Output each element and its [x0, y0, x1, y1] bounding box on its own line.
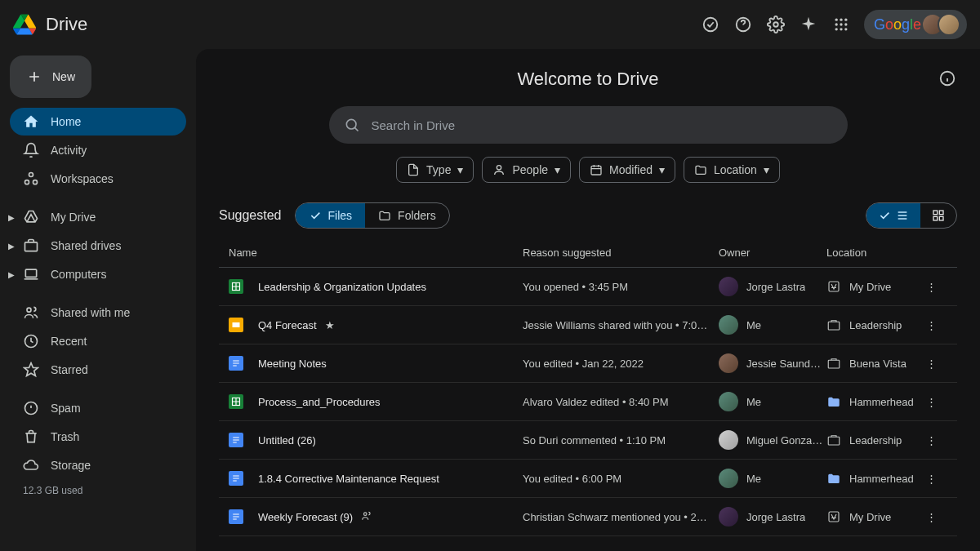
- grid-icon: [932, 209, 945, 222]
- star-icon: [23, 362, 39, 378]
- account-switcher[interactable]: Google: [864, 10, 967, 39]
- toggle-label: Folders: [398, 209, 436, 222]
- nav-starred[interactable]: Starred: [10, 356, 186, 384]
- location-name[interactable]: Leadership: [849, 319, 902, 331]
- chip-label: People: [512, 163, 548, 176]
- location-name[interactable]: Buena Vista: [849, 358, 906, 370]
- svg-rect-30: [233, 322, 240, 327]
- nav-spam[interactable]: Spam: [10, 394, 186, 422]
- nav-trash[interactable]: Trash: [10, 423, 186, 451]
- svg-point-12: [29, 173, 33, 177]
- chevron-right-icon[interactable]: ▶: [8, 270, 16, 279]
- dropdown-icon: ▾: [659, 163, 665, 176]
- more-actions[interactable]: ⋮: [915, 434, 947, 447]
- reason: So Duri commented • 1:10 PM: [523, 434, 719, 447]
- location-name[interactable]: Hammerhead: [849, 473, 914, 485]
- table-row[interactable]: Leadership & Organization Updates You op…: [219, 268, 957, 306]
- chevron-right-icon[interactable]: ▶: [8, 213, 16, 222]
- table-row[interactable]: Weekly Forecast (9) Christian Schwarz me…: [219, 498, 957, 536]
- view-toggle: [866, 202, 957, 229]
- more-actions[interactable]: ⋮: [915, 319, 947, 331]
- table-row[interactable]: Q4 Forecast★ Jessie Williams shared with…: [219, 306, 957, 344]
- apps-icon[interactable]: [831, 15, 851, 34]
- nav-label: Trash: [51, 430, 79, 443]
- svg-point-7: [840, 23, 842, 25]
- nav-activity[interactable]: Activity: [10, 136, 186, 164]
- more-actions[interactable]: ⋮: [915, 358, 947, 370]
- offline-icon[interactable]: [701, 15, 720, 34]
- nav-storage[interactable]: Storage: [10, 451, 186, 479]
- nav-my-drive[interactable]: ▶ My Drive: [10, 203, 186, 231]
- nav-shared-drives[interactable]: ▶ Shared drives: [10, 232, 186, 260]
- location-name[interactable]: Leadership: [849, 434, 902, 447]
- reason: Alvaro Valdez edited • 8:40 PM: [523, 396, 719, 408]
- more-actions[interactable]: ⋮: [915, 281, 947, 293]
- nav-recent[interactable]: Recent: [10, 327, 186, 355]
- toggle-files[interactable]: Files: [296, 203, 366, 228]
- nav-label: Shared with me: [51, 306, 130, 319]
- shared-drives-icon: [23, 238, 39, 254]
- nav-home[interactable]: Home: [10, 108, 186, 136]
- owner-name: Jorge Lastra: [746, 281, 805, 293]
- slides-icon: [229, 318, 243, 332]
- more-actions[interactable]: ⋮: [915, 473, 947, 485]
- svg-rect-34: [828, 437, 840, 445]
- filter-people[interactable]: People▾: [482, 157, 571, 183]
- chevron-right-icon[interactable]: ▶: [8, 242, 16, 251]
- filter-location[interactable]: Location▾: [684, 157, 780, 183]
- svg-point-5: [844, 19, 847, 21]
- location-name[interactable]: Hammerhead: [849, 396, 914, 408]
- svg-point-4: [840, 19, 842, 21]
- owner-name: Jessie Saund…: [746, 358, 821, 370]
- search-bar[interactable]: [329, 106, 848, 144]
- nav-label: My Drive: [51, 211, 96, 224]
- avatar: [719, 469, 738, 488]
- more-actions[interactable]: ⋮: [915, 396, 947, 408]
- chip-label: Location: [714, 163, 757, 176]
- filter-modified[interactable]: Modified▾: [579, 157, 675, 183]
- sparkle-icon[interactable]: [799, 15, 818, 34]
- drive-icon: [23, 209, 39, 225]
- col-name[interactable]: Name: [229, 247, 523, 259]
- location-name[interactable]: My Drive: [849, 281, 891, 293]
- svg-point-10: [840, 28, 842, 30]
- toggle-folders[interactable]: Folders: [365, 203, 449, 228]
- col-reason[interactable]: Reason suggested: [523, 247, 719, 259]
- avatar: [719, 507, 738, 527]
- nav-label: Home: [51, 115, 81, 128]
- table-row[interactable]: Untitled (26) So Duri commented • 1:10 P…: [219, 421, 957, 460]
- suggested-title: Suggested: [219, 208, 282, 223]
- person-icon: [492, 163, 506, 176]
- table-row[interactable]: Process_and_Procedures Alvaro Valdez edi…: [219, 383, 957, 421]
- nav-workspaces[interactable]: Workspaces: [10, 165, 186, 193]
- svg-rect-32: [828, 360, 840, 368]
- new-button[interactable]: New: [10, 56, 91, 98]
- drive-icon: [826, 279, 841, 294]
- settings-icon[interactable]: [766, 15, 786, 34]
- owner-name: Me: [746, 473, 761, 485]
- search-input[interactable]: [372, 118, 833, 132]
- shared-icon: [361, 510, 372, 524]
- starred-icon[interactable]: ★: [325, 319, 335, 331]
- grid-view-button[interactable]: [920, 203, 956, 228]
- nav-computers[interactable]: ▶ Computers: [10, 260, 186, 288]
- col-owner[interactable]: Owner: [719, 247, 826, 259]
- clock-icon: [23, 333, 39, 349]
- col-location[interactable]: Location: [826, 247, 915, 259]
- nav-shared-with-me[interactable]: Shared with me: [10, 299, 186, 327]
- list-view-button[interactable]: [866, 203, 920, 228]
- bell-icon: [23, 142, 39, 158]
- location-name[interactable]: My Drive: [849, 511, 891, 523]
- sheets-icon: [229, 279, 243, 294]
- reason: Christian Schwarz mentioned you • 2…: [523, 511, 719, 523]
- help-icon[interactable]: [733, 15, 753, 34]
- table-row[interactable]: Meeting Notes You edited • Jan 22, 2022 …: [219, 344, 957, 383]
- table-row[interactable]: 1.8.4 Corrective Maintenance Request You…: [219, 460, 957, 498]
- file-name: Meeting Notes: [258, 358, 327, 370]
- info-icon[interactable]: [938, 69, 957, 88]
- logo-area[interactable]: Drive: [13, 13, 87, 36]
- search-icon: [344, 117, 360, 133]
- filter-type[interactable]: Type▾: [396, 157, 474, 183]
- more-actions[interactable]: ⋮: [915, 511, 947, 523]
- folder-icon: [694, 163, 707, 176]
